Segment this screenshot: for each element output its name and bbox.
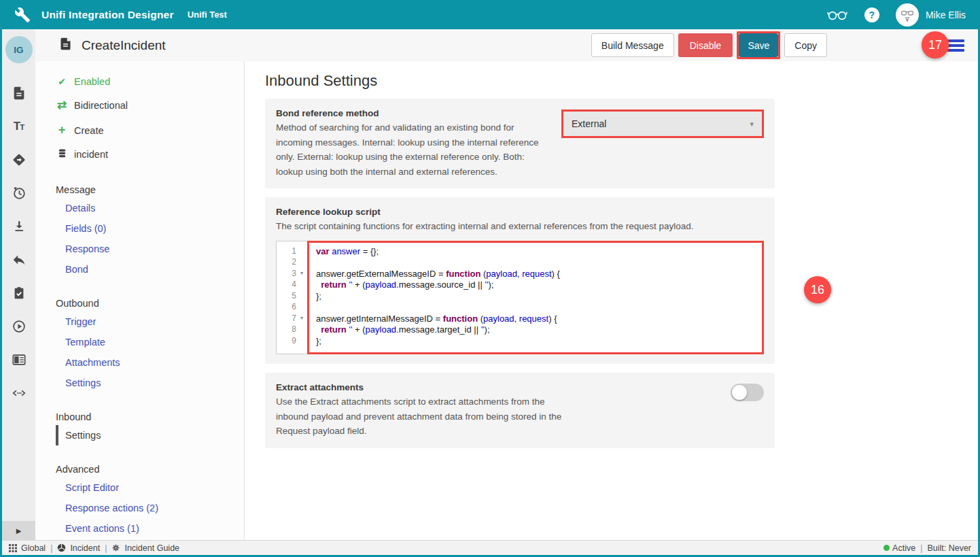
extract-attachments-description: Use the Extract attachments script to ex… bbox=[276, 394, 567, 439]
plus-icon: + bbox=[56, 123, 68, 137]
nav-section-message: Message bbox=[56, 182, 244, 198]
nav-item-fields[interactable]: Fields (0) bbox=[56, 218, 244, 239]
expand-sidebar-button[interactable]: ▶ bbox=[2, 521, 35, 540]
document-icon[interactable] bbox=[11, 85, 27, 101]
copy-button[interactable]: Copy bbox=[784, 33, 827, 57]
code-icon[interactable] bbox=[11, 385, 27, 401]
nav-item-outbound-settings[interactable]: Settings bbox=[56, 373, 244, 393]
history-icon[interactable] bbox=[11, 185, 27, 201]
icon-rail: IG TT bbox=[2, 29, 35, 540]
play-icon[interactable] bbox=[11, 318, 27, 335]
annotation-step-16-badge: 16 bbox=[804, 276, 831, 303]
reply-icon[interactable] bbox=[11, 252, 27, 268]
app-header: Unifi Integration Designer Unifi Test ? bbox=[2, 0, 978, 29]
scope-label: Global bbox=[21, 543, 46, 553]
toggle-knob bbox=[732, 385, 747, 400]
main-content: Inbound Settings Bond reference method M… bbox=[245, 61, 978, 540]
title-bar: CreateIncident Build Message Disable Sav… bbox=[35, 29, 978, 61]
nav-item-label: Enabled bbox=[74, 76, 110, 87]
nav-item-incident-table[interactable]: incident bbox=[56, 143, 244, 166]
gear-icon bbox=[111, 543, 120, 552]
reference-lookup-script-label: Reference lookup script bbox=[276, 207, 764, 217]
grid-icon bbox=[9, 544, 17, 552]
nav-section-inbound: Inbound bbox=[56, 409, 244, 425]
message-nav-panel: ✔ Enabled ⇄ Bidirectional + Create bbox=[35, 61, 245, 540]
nav-item-details[interactable]: Details bbox=[56, 198, 244, 218]
check-icon: ✔ bbox=[56, 76, 68, 87]
incident-app-icon bbox=[57, 543, 66, 552]
code-lines[interactable]: var answer = {}; answer.getExternalMessa… bbox=[307, 241, 764, 355]
bond-reference-method-select[interactable]: External ▾ bbox=[563, 112, 762, 136]
nav-item-create[interactable]: + Create bbox=[56, 118, 244, 143]
bond-reference-method-label: Bond reference method bbox=[276, 108, 549, 118]
nav-item-template[interactable]: Template bbox=[56, 332, 244, 352]
save-button[interactable]: Save bbox=[739, 33, 778, 57]
integration-avatar[interactable]: IG bbox=[5, 36, 33, 63]
directions-icon[interactable] bbox=[11, 152, 27, 168]
nav-item-script-editor[interactable]: Script Editor bbox=[56, 477, 244, 498]
user-avatar bbox=[896, 3, 919, 27]
extract-attachments-card: Extract attachments Use the Extract atta… bbox=[265, 373, 775, 448]
disable-button[interactable]: Disable bbox=[678, 33, 733, 57]
nav-item-response[interactable]: Response bbox=[56, 239, 244, 259]
nav-item-response-actions[interactable]: Response actions (2) bbox=[56, 498, 244, 518]
help-icon[interactable]: ? bbox=[864, 7, 879, 22]
page-title: CreateIncident bbox=[82, 38, 166, 53]
nav-item-bond[interactable]: Bond bbox=[56, 259, 244, 280]
scope-selector[interactable]: Global bbox=[9, 543, 46, 553]
active-status-icon bbox=[883, 545, 890, 551]
reference-lookup-script-description: The script containing functions for extr… bbox=[276, 219, 764, 234]
glasses-icon[interactable] bbox=[826, 9, 848, 21]
database-icon bbox=[56, 148, 68, 161]
reference-lookup-script-card: Reference lookup script The script conta… bbox=[265, 197, 775, 364]
nav-item-attachments[interactable]: Attachments bbox=[56, 352, 244, 373]
fold-caret-icon[interactable]: ▾ bbox=[296, 315, 307, 321]
task-check-icon[interactable] bbox=[11, 285, 27, 301]
message-doc-icon bbox=[58, 37, 73, 54]
user-menu[interactable]: Mike Ellis bbox=[896, 3, 966, 27]
nav-item-label: incident bbox=[74, 149, 108, 160]
wrench-icon bbox=[14, 7, 31, 23]
status-bar: Global | Incident | Incident Guide Activ… bbox=[2, 540, 978, 555]
script-editor: 123▾4567▾89 var answer = {}; answer.getE… bbox=[276, 241, 764, 355]
nav-item-enabled[interactable]: ✔ Enabled bbox=[56, 71, 244, 92]
nav-item-inbound-settings[interactable]: Settings bbox=[56, 425, 244, 445]
save-annotation-box: Save bbox=[737, 31, 780, 59]
integration-label: Incident Guide bbox=[124, 543, 179, 553]
active-status-label: Active bbox=[892, 543, 915, 553]
fold-caret-icon[interactable]: ▾ bbox=[296, 270, 307, 276]
dropdown-annotation-box: External ▾ bbox=[561, 109, 764, 138]
annotation-step-17-badge: 17 bbox=[922, 31, 949, 58]
bond-reference-method-description: Method of searching for and validating a… bbox=[276, 120, 549, 179]
nav-section-outbound: Outbound bbox=[56, 295, 244, 311]
app-title: Unifi Integration Designer bbox=[41, 9, 174, 21]
environment-name: Unifi Test bbox=[188, 10, 227, 20]
extract-attachments-toggle[interactable] bbox=[731, 384, 764, 401]
page-section-heading: Inbound Settings bbox=[265, 72, 978, 90]
nav-item-event-actions[interactable]: Event actions (1) bbox=[56, 518, 244, 539]
nav-item-label: Bidirectional bbox=[74, 100, 128, 111]
nav-item-label: Create bbox=[74, 125, 104, 136]
app-window: Unifi Integration Designer Unifi Test ? bbox=[0, 0, 980, 557]
built-status-label: Built: Never bbox=[927, 543, 971, 553]
menu-icon[interactable] bbox=[947, 39, 964, 52]
user-name: Mike Ellis bbox=[926, 10, 966, 20]
download-icon[interactable] bbox=[11, 218, 27, 235]
swap-arrows-icon: ⇄ bbox=[56, 98, 68, 112]
nav-section-advanced: Advanced bbox=[56, 461, 244, 477]
nav-item-bidirectional[interactable]: ⇄ Bidirectional bbox=[56, 92, 244, 118]
integration-selector[interactable]: Incident Guide bbox=[111, 543, 179, 553]
code-gutter: 123▾4567▾89 bbox=[276, 241, 307, 355]
text-format-icon[interactable]: TT bbox=[11, 118, 27, 135]
selected-option: External bbox=[572, 118, 606, 129]
nav-item-trigger[interactable]: Trigger bbox=[56, 311, 244, 332]
bond-reference-method-card: Bond reference method Method of searchin… bbox=[265, 99, 775, 188]
application-selector[interactable]: Incident bbox=[57, 543, 100, 553]
chevron-down-icon: ▾ bbox=[750, 120, 754, 129]
documentation-icon[interactable] bbox=[11, 352, 27, 368]
build-message-button[interactable]: Build Message bbox=[591, 33, 674, 57]
extract-attachments-label: Extract attachments bbox=[276, 382, 567, 392]
application-label: Incident bbox=[70, 543, 100, 553]
